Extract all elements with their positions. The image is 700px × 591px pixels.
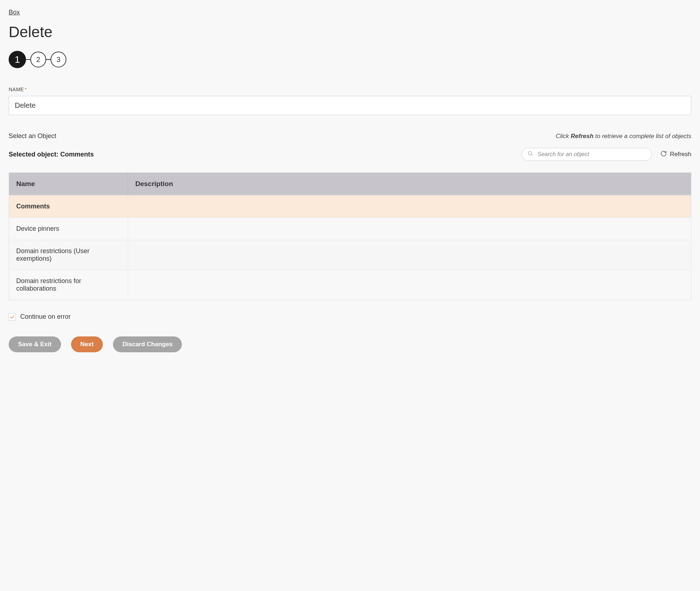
search-refresh-group: Refresh (522, 148, 691, 161)
continue-on-error-label[interactable]: Continue on error (20, 313, 71, 321)
cell-description (128, 270, 691, 300)
breadcrumb-link-box[interactable]: Box (9, 9, 20, 16)
refresh-hint: Click Refresh to retrieve a complete lis… (556, 133, 691, 140)
step-connector (26, 59, 30, 60)
step-3[interactable]: 3 (51, 52, 66, 67)
step-connector (46, 59, 51, 60)
required-mark: * (25, 87, 27, 92)
check-icon (10, 314, 15, 319)
object-section-header: Select an Object Click Refresh to retrie… (9, 132, 691, 140)
cell-name: Comments (9, 195, 128, 218)
col-header-description[interactable]: Description (128, 173, 691, 195)
cell-description (128, 218, 691, 240)
step-1[interactable]: 1 (9, 51, 26, 68)
button-row: Save & Exit Next Discard Changes (9, 336, 691, 352)
discard-button[interactable]: Discard Changes (113, 336, 182, 352)
next-button[interactable]: Next (71, 336, 103, 352)
table-row[interactable]: Domain restrictions (User exemptions) (9, 240, 691, 270)
cell-description (128, 195, 691, 218)
name-input[interactable] (9, 96, 691, 115)
page-title: Delete (9, 23, 691, 41)
save-exit-button[interactable]: Save & Exit (9, 336, 61, 352)
breadcrumb: Box (9, 9, 691, 16)
object-controls: Selected object: Comments Refresh (9, 148, 691, 161)
cell-name: Domain restrictions for collaborations (9, 270, 128, 300)
continue-on-error-checkbox[interactable] (9, 313, 16, 321)
search-wrap (522, 148, 652, 161)
select-object-label: Select an Object (9, 132, 56, 140)
refresh-button[interactable]: Refresh (660, 150, 691, 159)
search-input[interactable] (522, 148, 652, 161)
cell-name: Domain restrictions (User exemptions) (9, 240, 128, 270)
col-header-name[interactable]: Name (9, 173, 128, 195)
table-row[interactable]: Domain restrictions for collaborations (9, 270, 691, 300)
table-row[interactable]: Comments (9, 195, 691, 218)
cell-name: Device pinners (9, 218, 128, 240)
refresh-icon (660, 150, 667, 159)
table-row[interactable]: Device pinners (9, 218, 691, 240)
continue-on-error-row: Continue on error (9, 313, 691, 321)
refresh-label: Refresh (670, 151, 691, 158)
objects-table: Name Description Comments Device pinners… (9, 172, 691, 300)
selected-object-label: Selected object: Comments (9, 151, 94, 158)
name-field-group: NAME* (9, 85, 691, 132)
step-2[interactable]: 2 (30, 52, 46, 67)
stepper: 1 2 3 (9, 51, 691, 68)
cell-description (128, 240, 691, 270)
name-label: NAME* (9, 87, 27, 92)
